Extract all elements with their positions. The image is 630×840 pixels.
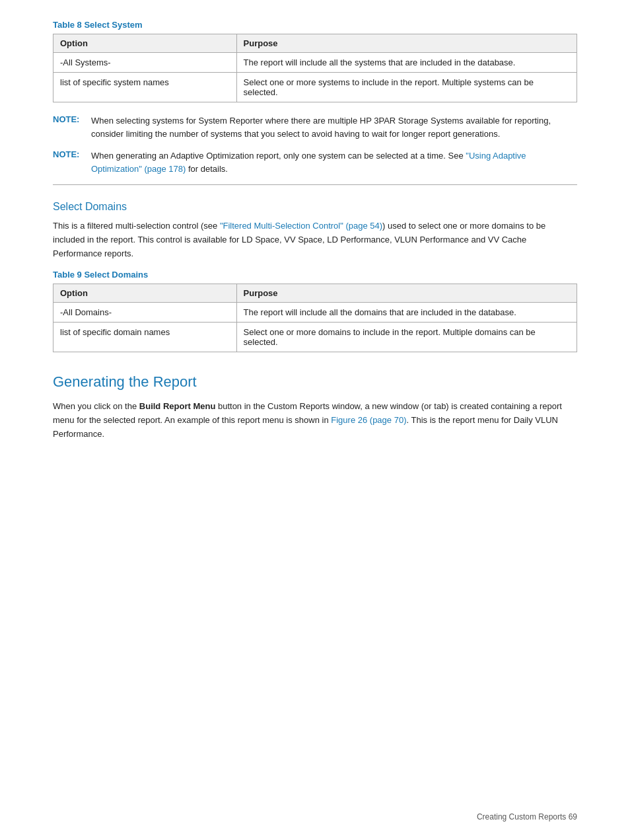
select-domains-heading: Select Domains xyxy=(53,201,577,213)
page-content: Table 8 Select System Option Purpose -Al… xyxy=(0,0,630,490)
table9-option-cell: -All Domains- xyxy=(53,303,237,323)
table9: Option Purpose -All Domains-The report w… xyxy=(53,284,577,352)
table9-title: Table 9 Select Domains xyxy=(53,270,577,280)
generating-report-bold: Build Report Menu xyxy=(139,401,216,411)
table8-purpose-cell: The report will include all the systems … xyxy=(236,53,577,73)
table-row: list of specific domain namesSelect one … xyxy=(53,323,577,352)
note2-text-after: for details. xyxy=(186,164,228,174)
note1-text: When selecting systems for System Report… xyxy=(91,114,577,140)
table8-option-cell: -All Systems- xyxy=(53,53,237,73)
table9-option-cell: list of specific domain names xyxy=(53,323,237,352)
generating-report-body: When you click on the Build Report Menu … xyxy=(53,400,577,441)
note2-text-before: When generating an Adaptive Optimization… xyxy=(91,151,466,161)
table8-col2-header: Purpose xyxy=(236,34,577,53)
table9-col1-header: Option xyxy=(53,284,237,303)
table-row: list of specific system namesSelect one … xyxy=(53,73,577,102)
table8-col1-header: Option xyxy=(53,34,237,53)
note2: NOTE: When generating an Adaptive Optimi… xyxy=(53,149,577,175)
table9-purpose-cell: The report will include all the domains … xyxy=(236,303,577,323)
table9-purpose-cell: Select one or more domains to include in… xyxy=(236,323,577,352)
select-domains-link[interactable]: "Filtered Multi-Selection Control" (page… xyxy=(220,221,382,231)
table-row: -All Systems-The report will include all… xyxy=(53,53,577,73)
select-domains-body: This is a filtered multi-selection contr… xyxy=(53,219,577,260)
select-domains-body-before: This is a filtered multi-selection contr… xyxy=(53,221,220,231)
note1: NOTE: When selecting systems for System … xyxy=(53,114,577,140)
table8-title: Table 8 Select System xyxy=(53,20,577,30)
divider1 xyxy=(53,184,577,185)
table9-col2-header: Purpose xyxy=(236,284,577,303)
generating-report-heading: Generating the Report xyxy=(53,373,577,391)
table8: Option Purpose -All Systems-The report w… xyxy=(53,34,577,102)
note2-label: NOTE: xyxy=(53,149,86,159)
note1-label: NOTE: xyxy=(53,114,86,124)
generating-report-body-before: When you click on the xyxy=(53,401,139,411)
note2-text: When generating an Adaptive Optimization… xyxy=(91,149,577,175)
table8-purpose-cell: Select one or more systems to include in… xyxy=(236,73,577,102)
table8-option-cell: list of specific system names xyxy=(53,73,237,102)
table-row: -All Domains-The report will include all… xyxy=(53,303,577,323)
page-footer: Creating Custom Reports 69 xyxy=(477,812,577,821)
generating-report-link[interactable]: Figure 26 (page 70) xyxy=(331,415,406,425)
